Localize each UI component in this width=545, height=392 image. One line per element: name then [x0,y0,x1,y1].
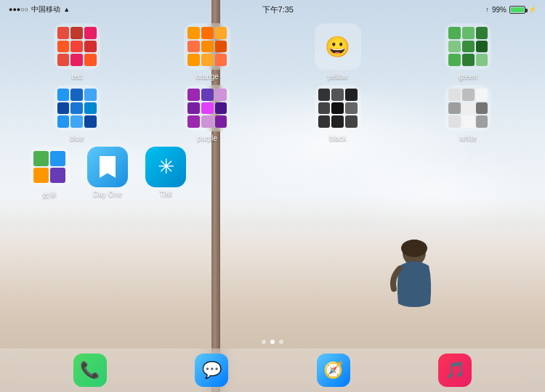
mini-app [84,27,97,39]
mini-app [57,102,70,115]
mini-app [462,89,475,101]
folder-purple[interactable]: purple [184,85,230,142]
mini-app [215,102,227,115]
app-tim[interactable]: ✳ TIM [142,147,189,200]
app-xiaolv-label: 效率 [42,190,57,200]
mini-app [84,41,97,53]
mini-app [462,115,475,128]
mini-app [448,102,461,115]
svg-point-1 [401,240,427,257]
mini-app [187,89,200,101]
folder-white-icon[interactable] [445,85,491,131]
mini-app [84,89,97,101]
page-dot-3[interactable] [279,340,283,344]
mini-app [201,41,214,53]
mini-app [57,115,70,128]
mini-app [345,89,358,101]
folder-yellow-icon[interactable]: 😀 [315,23,361,70]
folders-row-2: blue purple [12,85,533,142]
mini-app [462,41,475,53]
folders-row-1: red orange 😀 yellow [12,23,533,81]
folder-green[interactable]: green [445,23,491,81]
carrier-name: 中国移动 [31,4,60,15]
folder-blue-icon[interactable] [54,85,100,131]
mini-app [215,27,227,39]
folder-red-icon[interactable] [54,23,100,70]
folder-yellow[interactable]: 😀 yellow [315,23,361,81]
apps-row: 效率 Day One ✳ TIM [12,147,533,200]
location-icon: ↑ [485,6,489,13]
home-screen: red orange 😀 yellow [0,17,545,200]
mini-app [448,41,461,53]
mini-app [70,54,83,66]
mini-app [318,102,331,115]
app-xiaolv-icon[interactable] [29,147,70,187]
dock-safari-icon[interactable]: 🧭 [317,354,350,387]
mini-app [331,102,344,115]
mini-app [201,27,214,39]
folder-orange[interactable]: orange [184,23,230,81]
mini-app [462,27,475,39]
mini-app [345,115,358,128]
app-dayone-icon[interactable] [87,147,128,187]
mini-app [462,102,475,115]
mini-app [215,89,227,101]
status-left: ●●●○○ 中国移动 ▲ [9,4,70,15]
mini-app [476,41,488,53]
mini-app [215,41,227,53]
mini-app [448,54,461,66]
folder-green-icon[interactable] [445,23,491,70]
folder-white[interactable]: white [445,85,491,142]
mini-app [331,89,344,101]
mini-app [187,115,200,128]
page-dot-2[interactable] [270,340,275,344]
mini-app [448,115,461,128]
folder-orange-icon[interactable] [184,23,230,70]
folder-black-icon[interactable] [315,85,361,131]
mini-app [70,27,83,39]
dock: 📞 💬 🧭 🎵 [0,348,545,392]
folder-white-label: white [460,134,477,142]
battery-percent: 99% [492,6,506,14]
signal-bars: ●●●○○ [9,6,28,13]
app-xiaolv[interactable]: 效率 [26,147,73,200]
mini-app [187,54,200,66]
mini-app [84,54,97,66]
person-silhouette [385,238,443,347]
mini-app [50,151,65,166]
app-dayone[interactable]: Day One [84,147,131,200]
mini-app [462,54,475,66]
mini-app [476,89,488,101]
mini-app [201,54,214,66]
folder-blue[interactable]: blue [54,85,100,142]
mini-app [70,89,83,101]
mini-app [187,41,200,53]
charging-icon: ⚡ [528,6,536,13]
mini-app [84,115,97,128]
folder-purple-icon[interactable] [184,85,230,131]
folder-black-label: black [329,134,346,142]
mini-app [448,27,461,39]
dock-phone-icon[interactable]: 📞 [73,354,107,387]
app-tim-icon[interactable]: ✳ [145,147,186,187]
mini-app [215,115,227,128]
mini-app [57,27,70,39]
dock-sms-icon[interactable]: 💬 [195,354,228,387]
status-bar: ●●●○○ 中国移动 ▲ 下午7:35 ↑ 99% ⚡ [0,0,545,17]
folder-green-label: green [459,73,477,81]
page-dot-1[interactable] [262,340,266,344]
folder-black[interactable]: black [315,85,361,142]
mini-app [476,115,488,128]
dayone-bookmark-icon [100,156,116,178]
dock-music-icon[interactable]: 🎵 [438,354,472,387]
battery-fill [511,7,524,12]
folder-red[interactable]: red [54,23,100,81]
mini-app [318,89,331,101]
mini-app [57,89,70,101]
mini-app [476,102,488,115]
page-dots [0,340,545,344]
mini-app [50,168,65,183]
mini-app [201,102,214,115]
mini-app [476,27,488,39]
folder-orange-label: orange [196,73,219,81]
